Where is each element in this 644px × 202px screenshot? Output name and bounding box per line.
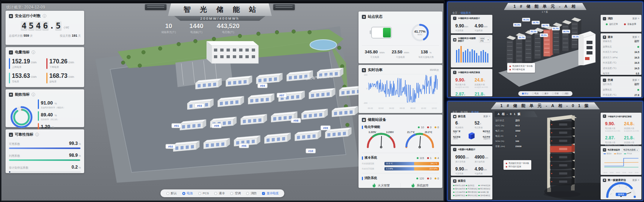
cluster-bar[interactable]	[467, 49, 468, 63]
lcd-digit: 4	[35, 21, 42, 31]
alert-dot-icon	[506, 163, 507, 164]
info-icon[interactable]: i	[32, 50, 35, 54]
radio-icon	[198, 192, 201, 195]
x-tick: 12:00	[622, 172, 626, 173]
soc-tag[interactable]: 56.7%	[518, 36, 526, 39]
status-count: 10	[418, 126, 424, 129]
x-tick: 02:02	[379, 107, 384, 109]
soc-tag[interactable]: 56.1%	[529, 30, 538, 33]
ok-dot-icon	[453, 188, 455, 190]
svg-text:#07: #07	[279, 94, 284, 97]
panel-title: 1#储能单元A相电量统计	[458, 17, 480, 20]
site-3d-view[interactable]: #01#02#03#04#05#06#07#08#09#10 智光电气 中国西电	[84, 7, 359, 187]
cluster-energy-panel: ⚡ A相簇01电量统计 9900kWh 累计充电量4900kWh 累计放电量9.…	[451, 146, 492, 176]
soc-tag[interactable]: 56.7%	[562, 30, 570, 33]
more-link[interactable]: 更多 >	[632, 17, 639, 20]
breadcrumb: 全景/储能单元	[452, 11, 471, 15]
battery-icon	[371, 27, 392, 39]
cluster-bar[interactable]	[469, 52, 470, 63]
cooling-row: 出水温度 (℃)34.5	[603, 60, 639, 66]
more-link[interactable]: 更多 >	[632, 79, 639, 82]
cluster-bar[interactable]	[456, 50, 457, 63]
cluster-bar[interactable]	[458, 49, 459, 63]
cluster-bar[interactable]	[483, 50, 484, 63]
unit-toolbar-option-默认[interactable]: 默认	[522, 92, 529, 95]
chevron-down-icon: ▾	[637, 149, 638, 151]
lcd-digit: 5	[55, 21, 62, 31]
toolbar-checkbox[interactable]: ✓显示电缆	[262, 191, 278, 195]
legend-item: BCU运行监测	[506, 165, 529, 168]
soc-tag[interactable]: 56.7%	[532, 21, 540, 24]
cluster-bar[interactable]	[476, 53, 477, 63]
soc-tag[interactable]: 56.1%	[572, 35, 580, 39]
toolbar-option-电池[interactable]: 电池	[182, 191, 193, 195]
more-link[interactable]: 更多 >	[632, 36, 639, 39]
more-link[interactable]: 更多 >	[632, 179, 639, 182]
svg-text:#08: #08	[293, 119, 298, 122]
hvac-row: 环境温度 (℃)27.8	[603, 93, 639, 98]
x-tick: 08:00	[616, 172, 620, 173]
panel-title: A相簇01电量统计	[458, 148, 475, 151]
cluster-bar[interactable]	[485, 52, 486, 63]
toolbar-option-默认[interactable]: 默认	[166, 191, 177, 195]
cluster-bar[interactable]	[463, 52, 464, 63]
info-icon[interactable]: i	[43, 14, 46, 18]
soc-tag[interactable]: 56.7%	[541, 24, 549, 27]
panel-title: 安全运行小时数	[15, 13, 41, 19]
breadcrumb-item-储能单元[interactable]: 储能单元	[460, 11, 471, 14]
unit-toolbar-option-液冷[interactable]: 液冷	[542, 92, 549, 95]
soc-tag[interactable]: 56.3%	[513, 23, 521, 27]
info-icon[interactable]: i	[32, 93, 35, 96]
soc-tag[interactable]: 56.1%	[522, 18, 530, 21]
cluster-title: 1 # 储 能 单 元 - A 相 - 0 1 簇	[500, 103, 590, 109]
panel-title: 站点状态	[368, 14, 383, 19]
cluster-bar[interactable]	[487, 53, 488, 63]
spec-item: 电芯类型磷酸铁锂	[483, 136, 490, 140]
panel-title: 能效指标	[15, 92, 30, 97]
cluster-bar[interactable]	[465, 50, 466, 63]
status-count: 0	[435, 177, 439, 180]
unit-energy-stat: 9.90MWh 可充电量	[453, 22, 471, 32]
battery-cell-image	[467, 131, 476, 140]
cluster-bar[interactable]	[480, 51, 482, 63]
toolbar-option-PCS[interactable]: PCS	[198, 192, 209, 195]
unit-toolbar-option-消防[interactable]: 消防	[562, 92, 569, 95]
breadcrumb-item-全景[interactable]: 全景	[452, 11, 458, 14]
temperature-gauge: 21.7℃ 29.3℃	[402, 130, 437, 150]
panel-safety-hours: ✚ 安全运行小时数 i 4546.5小时 总循环次数 559 次 投运天数 19…	[6, 11, 84, 45]
cluster-bar[interactable]	[474, 50, 475, 63]
svg-text:#10: #10	[308, 149, 313, 153]
toolbar-option-空调[interactable]: 空调	[230, 191, 241, 195]
panel-title: 空调	[608, 78, 613, 82]
cluster-bar[interactable]	[472, 49, 473, 63]
flame-icon	[411, 183, 415, 188]
unit-screen: 1 # 储 能 单 元 - A 相 17簇 全景/储能单元 ⚡ 1#储能单元A相…	[447, 1, 643, 98]
reliability-row: 可用系数99.3 %	[9, 141, 81, 149]
svg-text:#02: #02	[168, 145, 173, 148]
cluster-bar[interactable]	[460, 46, 462, 63]
panel-title: 可靠性指标	[15, 132, 33, 137]
panel-realtime-power: ↯ 实时功率 65/65次 2000-200 00:0202:0204:0206…	[359, 65, 442, 113]
hvac-icon: ☼	[603, 79, 606, 82]
unit-toolbar-option-空调[interactable]: 空调	[552, 92, 559, 95]
cluster-bar[interactable]	[478, 56, 479, 63]
reliability-row: 利用系数98.9 %	[9, 153, 81, 161]
soc-tag[interactable]: 46.5%	[540, 33, 548, 37]
cooling-row: 故障状态	[603, 44, 639, 50]
soc-tag[interactable]: 55.7%	[552, 27, 560, 30]
cluster-screen: 1 # 储 能 单 元 - A 相 - 0 1 簇 全景/电池舱/电池簇 ▣ 簇…	[447, 101, 643, 201]
toolbar-option-消防[interactable]: 消防	[246, 191, 257, 195]
cluster-summary-row: 电压 (V)3302	[495, 128, 537, 133]
unit-toolbar-option-电池[interactable]: 电池	[532, 92, 539, 95]
info-icon[interactable]: i	[35, 133, 39, 136]
unit-3d-view[interactable]: 56.1%56.7%56.3%56.7%55.7%56.1%56.7%46.5%…	[493, 13, 599, 90]
cell-metric-dropdown[interactable]: 电芯电压曲线▾	[622, 148, 639, 152]
ok-dot-icon	[466, 192, 467, 193]
chart-icon: ▤	[453, 38, 456, 42]
svg-text:-200: -200	[363, 102, 367, 104]
toolbar-option-液冷[interactable]: 液冷	[214, 191, 225, 195]
cluster-summary-row: 容量 (AH)23030	[495, 144, 537, 149]
panel-title: 1#储能单元A相01簇电芯极值	[608, 115, 632, 117]
more-link[interactable]: 更多 >	[483, 115, 490, 118]
metric-dropdown[interactable]: SOC (%)▾	[479, 37, 490, 43]
